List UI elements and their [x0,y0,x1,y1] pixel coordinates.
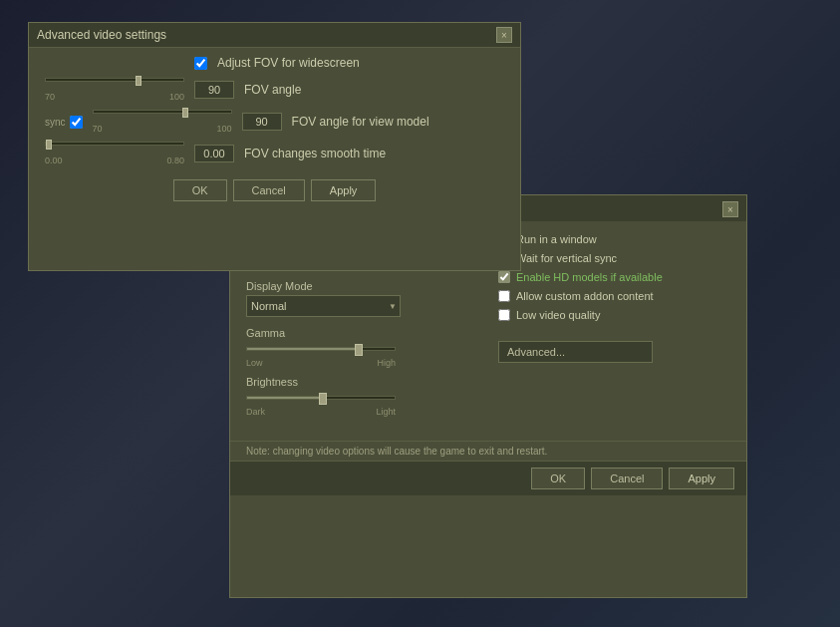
enable-hd-label: Enable HD models if available [516,271,663,283]
low-video-row: Low video quality [498,309,730,321]
brightness-fill [247,397,321,399]
fov-smooth-label: FOV changes smooth time [244,147,386,160]
fov-smooth-row: 0.00 0.80 FOV changes smooth time [45,142,504,165]
low-video-checkbox[interactable] [498,309,510,321]
gamma-row: Gamma Low High [246,327,478,368]
run-in-window-label: Run in a window [516,233,597,245]
adv-dialog-header: Advanced video settings × [29,23,520,48]
brightness-label: Brightness [246,376,478,388]
fov-angle-input[interactable] [194,81,234,99]
fov-smooth-input[interactable] [194,145,234,162]
gamma-fill [247,348,358,350]
adjust-fov-label: Adjust FOV for widescreen [217,56,360,70]
wait-vsync-label: Wait for vertical sync [516,252,617,264]
fov-model-labels: 70 100 [93,124,232,134]
display-mode-label: Display Mode [246,280,478,292]
advanced-video-dialog: Advanced video settings × Adjust FOV for… [28,22,521,271]
enable-hd-row: Enable HD models if available [498,271,730,283]
main-ok-button[interactable]: OK [531,468,585,489]
display-mode-select[interactable]: Normal Fullscreen Windowed [246,295,401,317]
brightness-labels: Dark Light [246,407,396,417]
fov-model-track [93,110,232,114]
main-close-button[interactable]: × [722,201,738,217]
adv-apply-button[interactable]: Apply [311,179,377,201]
wait-vsync-row: Wait for vertical sync [498,252,730,264]
fov-smooth-slider-area: 0.00 0.80 [45,142,184,165]
sync-label: sync [45,117,66,128]
main-bottom-buttons: OK Cancel Apply [230,461,746,495]
advanced-section: Advanced... [498,341,730,363]
custom-addon-checkbox[interactable] [498,290,510,302]
low-video-label: Low video quality [516,309,600,321]
sync-checkbox[interactable] [70,116,83,129]
fov-angle-thumb[interactable] [136,76,141,86]
run-in-window-row: Run in a window [498,233,730,245]
fov-smooth-max: 0.80 [166,156,184,165]
display-mode-field: Display Mode Normal Fullscreen Windowed [246,280,478,317]
brightness-dark: Dark [246,407,265,417]
fov-model-slider-area: 70 100 [93,110,232,134]
fov-smooth-labels: 0.00 0.80 [45,156,184,165]
enable-hd-checkbox[interactable] [498,271,510,283]
right-column: Run in a window Wait for vertical sync E… [498,233,730,425]
fov-angle-row: 70 100 FOV angle [45,78,504,102]
fov-model-input[interactable] [242,113,282,131]
adjust-fov-checkbox[interactable] [194,57,207,70]
fov-smooth-thumb[interactable] [46,140,52,150]
brightness-light: Light [376,407,396,417]
adv-content: Adjust FOV for widescreen 70 100 FOV ang… [29,48,520,215]
fov-model-thumb[interactable] [182,108,188,118]
fov-angle-max: 100 [169,92,184,102]
gamma-track [246,347,396,351]
fov-model-min: 70 [93,124,103,134]
bottom-note: Note: changing video options will cause … [230,441,746,461]
adv-cancel-button[interactable]: Cancel [233,179,305,201]
brightness-row: Brightness Dark Light [246,376,478,417]
gamma-slider-container [246,342,478,356]
fov-angle-min: 70 [45,92,55,102]
main-cancel-button[interactable]: Cancel [591,468,663,489]
adjust-fov-row: Adjust FOV for widescreen [45,56,504,70]
fov-model-label: FOV angle for view model [292,115,429,129]
main-apply-button[interactable]: Apply [669,468,734,489]
brightness-slider-container [246,391,478,405]
adv-bottom-buttons: OK Cancel Apply [45,173,504,207]
adv-dialog-title: Advanced video settings [37,28,166,42]
custom-addon-row: Allow custom addon content [498,290,730,302]
fov-angle-label: FOV angle [244,83,301,97]
note-text: Note: changing video options will cause … [246,446,547,457]
fov-angle-labels: 70 100 [45,92,184,102]
gamma-thumb[interactable] [355,344,363,356]
adv-close-button[interactable]: × [496,27,512,43]
fov-smooth-min: 0.00 [45,156,63,165]
brightness-thumb[interactable] [319,393,327,405]
gamma-labels: Low High [246,358,396,368]
gamma-low: Low [246,358,263,368]
fov-angle-track [45,78,184,82]
fov-model-row: sync 70 100 FOV angle for view model [45,110,504,134]
fov-smooth-track [45,142,184,146]
fov-model-max: 100 [217,124,232,134]
adv-ok-button[interactable]: OK [173,179,227,201]
fov-angle-slider-area: 70 100 [45,78,184,102]
advanced-button[interactable]: Advanced... [498,341,653,363]
brightness-track [246,396,396,400]
gamma-label: Gamma [246,327,478,339]
gamma-high: High [377,358,396,368]
custom-addon-label: Allow custom addon content [516,290,654,302]
display-mode-select-wrapper: Normal Fullscreen Windowed [246,295,401,317]
